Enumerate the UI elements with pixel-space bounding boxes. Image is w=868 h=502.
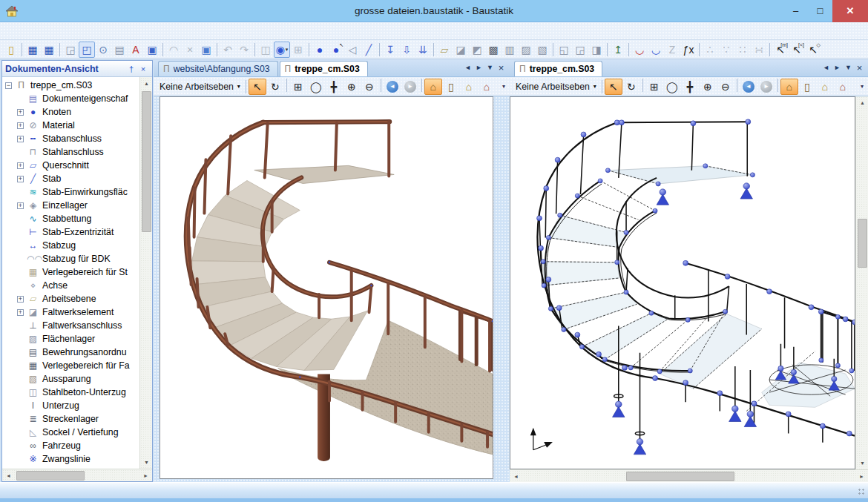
- area-support-button[interactable]: ▩: [485, 42, 502, 58]
- building-view-button[interactable]: ⌂: [478, 79, 496, 95]
- beam-tool-button[interactable]: ◨: [588, 42, 605, 58]
- expander-icon[interactable]: [17, 296, 24, 303]
- expander-icon[interactable]: [17, 309, 24, 316]
- close-button[interactable]: ✕: [832, 0, 868, 22]
- node-load-button[interactable]: ↧: [382, 42, 398, 58]
- expander-icon[interactable]: [17, 443, 24, 449]
- tree-item-stahlbeton-unterzug[interactable]: ◫ Stahlbeton-Unterzug: [5, 386, 139, 399]
- tree-item-material[interactable]: ⊘ Material: [5, 119, 139, 132]
- home-view-button[interactable]: ⌂: [460, 79, 478, 95]
- door-view-button[interactable]: ▯: [442, 79, 460, 95]
- tree-item-dokumenteigenschaften[interactable]: ▤ Dokumenteigenschaf: [5, 92, 139, 105]
- expander-icon[interactable]: [17, 96, 24, 102]
- expander-icon[interactable]: [17, 136, 24, 142]
- expander-icon[interactable]: [17, 242, 24, 249]
- menu-bearbeiten[interactable]: [49, 29, 62, 33]
- scroll-up-icon[interactable]: ▲: [140, 77, 152, 90]
- align-tool-2-button[interactable]: ∵: [718, 42, 734, 58]
- tree-vertical-scrollbar[interactable]: ▲ ▼: [139, 77, 152, 469]
- tab-website-abfangung[interactable]: Πwebsite\Abfangung.S03: [158, 61, 278, 76]
- line-load-button[interactable]: ⇩: [398, 42, 415, 58]
- workplane-selector[interactable]: Keine Arbeitseben▾: [157, 80, 243, 93]
- undo-button[interactable]: ↶: [220, 42, 236, 58]
- save-button[interactable]: ▦: [41, 42, 57, 58]
- menu-hilfe[interactable]: [129, 29, 142, 33]
- menu-debug[interactable]: [9, 29, 22, 33]
- home-view-button[interactable]: ⌂: [816, 79, 834, 95]
- workplane-selector[interactable]: Keine Arbeitseben▾: [513, 80, 599, 93]
- scroll-down-icon[interactable]: ▼: [856, 457, 868, 469]
- z2-button[interactable]: Z: [664, 42, 680, 58]
- tree-item-stabanschluss[interactable]: ╍ Stabanschluss: [5, 132, 139, 145]
- tree-item-stab-einwirkungsflaeche[interactable]: ≋ Stab-Einwirkungsfläc: [5, 185, 139, 199]
- menu-darstellung[interactable]: [102, 29, 116, 33]
- view-back-button[interactable]: ◄: [384, 79, 401, 95]
- tree-item-achse[interactable]: ⋄ Achse: [5, 279, 139, 292]
- opening-tool-button[interactable]: ◱: [556, 42, 572, 58]
- toolbar-overflow-button[interactable]: ▾: [861, 83, 865, 90]
- view-back-button[interactable]: ◄: [740, 79, 757, 95]
- menu-erzeugen[interactable]: [36, 29, 49, 33]
- expander-icon[interactable]: [17, 349, 24, 356]
- wireframe-viewport[interactable]: [510, 96, 855, 469]
- scrollbar-thumb[interactable]: [626, 472, 734, 481]
- page-preview-button[interactable]: ⊙: [95, 42, 111, 58]
- pan-button[interactable]: ╋: [681, 79, 699, 95]
- menu-datei[interactable]: [22, 29, 36, 33]
- expander-icon[interactable]: [17, 416, 24, 423]
- tab-list-button[interactable]: ▼: [843, 64, 854, 71]
- tree-item-stabzug[interactable]: ↔ Stabzug: [5, 239, 139, 252]
- maximize-button[interactable]: □: [808, 0, 832, 22]
- zoom-in-button[interactable]: ⊕: [699, 79, 717, 95]
- expander-icon[interactable]: [17, 109, 24, 116]
- tree-item-fahrzeug[interactable]: ∞ Fahrzeug: [5, 439, 139, 452]
- expander-icon[interactable]: [17, 429, 24, 436]
- concrete-beam-button[interactable]: ◲: [572, 42, 588, 58]
- render-view-button[interactable]: ⌂: [424, 79, 442, 95]
- print-button[interactable]: ▤: [111, 42, 128, 58]
- scroll-right-icon[interactable]: ►: [855, 470, 868, 482]
- orbit-view-button[interactable]: ↻: [622, 79, 640, 95]
- export-button[interactable]: ◲: [62, 42, 79, 58]
- view-forward-button[interactable]: ►: [401, 79, 419, 95]
- scroll-down-icon[interactable]: ▼: [140, 456, 152, 469]
- zoom-out-button[interactable]: ⊖: [717, 79, 734, 95]
- shell-element-button[interactable]: ◪: [453, 42, 469, 58]
- expander-icon[interactable]: [17, 376, 24, 383]
- tab-treppe-cm[interactable]: Πtreppe_cm.S03: [514, 61, 602, 76]
- zoom-window-button[interactable]: ⊞: [289, 79, 307, 95]
- scroll-left-icon[interactable]: ◄: [2, 469, 15, 482]
- scroll-up-icon[interactable]: ▲: [856, 96, 868, 109]
- tree-item-einzellager[interactable]: ◈ Einzellager: [5, 199, 139, 212]
- tree-item-stab-exzentrizitaet[interactable]: ⊢ Stab-Exzentrizität: [5, 225, 139, 239]
- tree-item-faltwerksanschluss[interactable]: ⊥ Faltwerksanschluss: [5, 319, 139, 332]
- expander-icon[interactable]: [17, 363, 24, 369]
- expander-icon[interactable]: [17, 202, 24, 209]
- mirror-tool-button[interactable]: ◁: [344, 42, 361, 58]
- tab-treppe-cm[interactable]: Πtreppe_cm.S03: [280, 61, 368, 76]
- zoom-window-button[interactable]: ⊞: [645, 79, 663, 95]
- tree-item-zwangslinie[interactable]: ※ Zwangslinie: [5, 452, 139, 466]
- axis-tool-button[interactable]: ↥: [610, 42, 626, 58]
- scrollbar-thumb[interactable]: [16, 471, 85, 480]
- view-mode-button[interactable]: ◉: [274, 42, 290, 58]
- tree-item-unterzug[interactable]: I Unterzug: [5, 399, 139, 412]
- member-tool-button[interactable]: ╱: [361, 42, 377, 58]
- tree-item-flaechenlager[interactable]: ▨ Flächenlager: [5, 332, 139, 346]
- workplane-tool-button[interactable]: ▱: [436, 42, 453, 58]
- properties-button[interactable]: ◫: [257, 42, 274, 58]
- new-document-button[interactable]: ▯: [3, 42, 19, 58]
- tree-item-stabbettung[interactable]: ∿ Stabbettung: [5, 212, 139, 225]
- render-viewport[interactable]: [160, 96, 493, 479]
- minimize-button[interactable]: –: [783, 0, 808, 22]
- view-forward-button[interactable]: ►: [757, 79, 775, 95]
- scroll-left-icon[interactable]: ◄: [510, 470, 522, 482]
- tree-item-arbeitsebene[interactable]: ▱ Arbeitsebene: [5, 292, 139, 306]
- panel-close-icon[interactable]: ×: [137, 65, 149, 73]
- menu-fenster[interactable]: [116, 29, 129, 33]
- reinforcement-button[interactable]: ▥: [502, 42, 518, 58]
- pan-button[interactable]: ╋: [325, 79, 343, 95]
- expander-icon[interactable]: [17, 403, 24, 409]
- tree-item-stahlanschluss[interactable]: ⊓ Stahlanschluss: [5, 145, 139, 159]
- viewport-horizontal-scrollbar[interactable]: ◄ ►: [510, 469, 868, 482]
